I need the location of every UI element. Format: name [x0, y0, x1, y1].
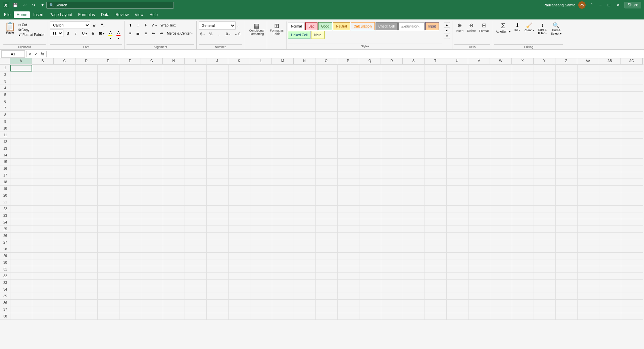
cell-C37[interactable]: [54, 306, 76, 313]
cell-AC32[interactable]: [621, 273, 643, 280]
cell-AB32[interactable]: [599, 273, 621, 280]
cell-W6[interactable]: [490, 98, 512, 105]
cell-F27[interactable]: [119, 239, 141, 246]
cell-AB25[interactable]: [599, 226, 621, 233]
cell-E3[interactable]: [98, 78, 119, 85]
cell-A17[interactable]: [10, 172, 32, 179]
col-header-j[interactable]: J: [206, 58, 228, 64]
cell-E38[interactable]: [98, 313, 119, 320]
cell-S28[interactable]: [403, 246, 425, 253]
cell-E1[interactable]: [98, 65, 119, 71]
cell-M28[interactable]: [272, 246, 294, 253]
cell-AA18[interactable]: [578, 179, 599, 186]
cell-D38[interactable]: [76, 313, 98, 320]
wrap-text-button[interactable]: Wrap Text: [159, 21, 177, 29]
cell-S1[interactable]: [403, 65, 425, 71]
cell-D6[interactable]: [76, 98, 98, 105]
cell-AB1[interactable]: [599, 65, 621, 71]
row-header-12[interactable]: 12: [0, 139, 10, 145]
cell-Q26[interactable]: [359, 233, 381, 239]
cell-I34[interactable]: [185, 286, 207, 293]
cell-AB11[interactable]: [599, 132, 621, 139]
cell-T25[interactable]: [425, 226, 447, 233]
cell-C6[interactable]: [54, 98, 76, 105]
cell-R7[interactable]: [381, 105, 403, 112]
cell-B33[interactable]: [32, 280, 54, 286]
cell-U16[interactable]: [447, 165, 468, 172]
cell-B9[interactable]: [32, 118, 54, 125]
cell-V21[interactable]: [468, 199, 490, 206]
cell-R3[interactable]: [381, 78, 403, 85]
cell-W36[interactable]: [490, 300, 512, 306]
cell-H7[interactable]: [163, 105, 185, 112]
cell-F1[interactable]: [119, 65, 141, 71]
cell-Z31[interactable]: [556, 266, 578, 273]
cell-D31[interactable]: [76, 266, 98, 273]
cell-B34[interactable]: [32, 286, 54, 293]
cell-E35[interactable]: [98, 293, 119, 300]
cell-J8[interactable]: [207, 112, 229, 118]
row-header-31[interactable]: 31: [0, 266, 10, 273]
cell-B11[interactable]: [32, 132, 54, 139]
cut-button[interactable]: ✂ Cut: [17, 23, 46, 27]
cell-N20[interactable]: [294, 192, 316, 199]
cell-D34[interactable]: [76, 286, 98, 293]
name-box[interactable]: [1, 50, 25, 58]
cell-T16[interactable]: [425, 165, 447, 172]
cell-Y20[interactable]: [534, 192, 556, 199]
cell-AA1[interactable]: [578, 65, 599, 71]
cell-F29[interactable]: [119, 253, 141, 259]
cell-H15[interactable]: [163, 159, 185, 165]
cell-Y18[interactable]: [534, 179, 556, 186]
cell-O24[interactable]: [316, 219, 338, 226]
cell-Q18[interactable]: [359, 179, 381, 186]
cell-AC26[interactable]: [621, 233, 643, 239]
cell-AC19[interactable]: [621, 186, 643, 192]
cell-AC12[interactable]: [621, 139, 643, 145]
decrease-indent-button[interactable]: ⇤: [150, 30, 157, 37]
cell-AA13[interactable]: [578, 145, 599, 152]
cell-F17[interactable]: [119, 172, 141, 179]
cell-AB23[interactable]: [599, 212, 621, 219]
cell-C9[interactable]: [54, 118, 76, 125]
cell-AB2[interactable]: [599, 71, 621, 78]
cell-K19[interactable]: [229, 186, 250, 192]
cell-N33[interactable]: [294, 280, 316, 286]
cell-Q19[interactable]: [359, 186, 381, 192]
ribbon-toggle-button[interactable]: ⌃: [588, 2, 595, 8]
insert-cells-button[interactable]: ⊕ Insert: [454, 21, 465, 33]
cell-E18[interactable]: [98, 179, 119, 186]
cell-T35[interactable]: [425, 293, 447, 300]
cell-S19[interactable]: [403, 186, 425, 192]
cell-H18[interactable]: [163, 179, 185, 186]
col-header-i[interactable]: I: [185, 58, 206, 64]
cell-A18[interactable]: [10, 179, 32, 186]
cell-N26[interactable]: [294, 233, 316, 239]
cell-N1[interactable]: [294, 65, 316, 71]
cell-S11[interactable]: [403, 132, 425, 139]
cell-N35[interactable]: [294, 293, 316, 300]
cell-Z9[interactable]: [556, 118, 578, 125]
cell-A30[interactable]: [10, 259, 32, 266]
cell-O34[interactable]: [316, 286, 338, 293]
cell-F5[interactable]: [119, 92, 141, 98]
cell-R16[interactable]: [381, 165, 403, 172]
cell-B14[interactable]: [32, 152, 54, 159]
cell-N34[interactable]: [294, 286, 316, 293]
cell-I24[interactable]: [185, 219, 207, 226]
cell-S32[interactable]: [403, 273, 425, 280]
cell-AC17[interactable]: [621, 172, 643, 179]
sort-filter-button[interactable]: ↕ Sort &Filter ▾: [537, 21, 548, 36]
cell-K2[interactable]: [229, 71, 250, 78]
cell-M8[interactable]: [272, 112, 294, 118]
cell-J25[interactable]: [207, 226, 229, 233]
increase-decimal-button[interactable]: .0→: [223, 30, 232, 38]
cell-M22[interactable]: [272, 206, 294, 212]
cell-S37[interactable]: [403, 306, 425, 313]
cell-AA8[interactable]: [578, 112, 599, 118]
col-header-q[interactable]: Q: [359, 58, 381, 64]
cell-W32[interactable]: [490, 273, 512, 280]
cell-T15[interactable]: [425, 159, 447, 165]
cell-N29[interactable]: [294, 253, 316, 259]
cell-O9[interactable]: [316, 118, 338, 125]
